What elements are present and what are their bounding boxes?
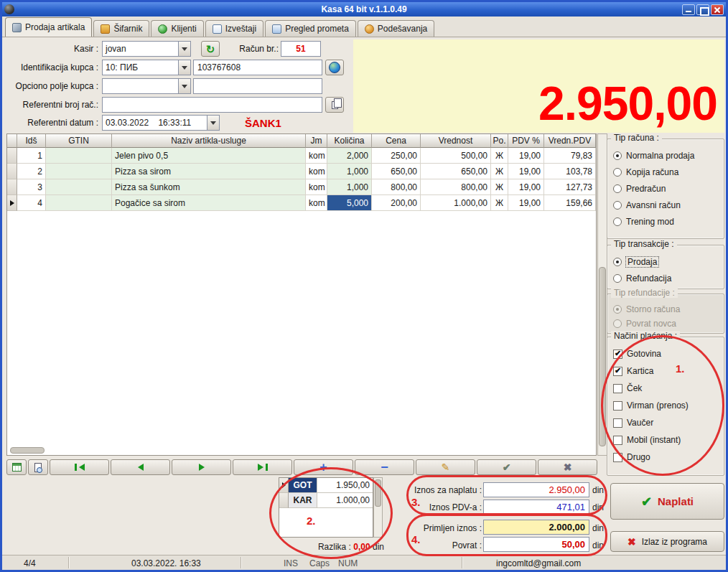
- confirm-button[interactable]: ✔: [477, 459, 536, 475]
- col-header-kolicina[interactable]: Količina: [327, 134, 372, 148]
- cell-vrednost[interactable]: 500,00: [421, 148, 491, 164]
- payment-row[interactable]: KAR 1.000,00: [279, 493, 373, 508]
- cell-vredn-pdv[interactable]: 103,78: [544, 164, 596, 179]
- cell-jm[interactable]: kom: [306, 179, 327, 195]
- next-row-button[interactable]: [172, 459, 231, 475]
- col-header-vredn-pdv[interactable]: Vredn.PDV: [544, 134, 596, 148]
- cell-kolicina-selected[interactable]: 5,000: [327, 195, 372, 211]
- cell-jm[interactable]: kom: [306, 148, 327, 164]
- cell-vrednost[interactable]: 800,00: [421, 179, 491, 195]
- cell-vredn-pdv[interactable]: 127,73: [544, 179, 596, 195]
- row-selector[interactable]: [279, 478, 289, 493]
- cell-gtin[interactable]: [46, 164, 112, 179]
- identifikacija-tip-combobox[interactable]: 10: ПИБ: [102, 60, 191, 75]
- first-row-button[interactable]: [50, 459, 109, 475]
- col-header-ids[interactable]: Idš: [17, 134, 46, 148]
- racun-br-field[interactable]: 51: [281, 41, 321, 57]
- cell-vrednost[interactable]: 1.000,00: [421, 195, 491, 211]
- tab-pregled-prometa[interactable]: Pregled prometa: [265, 20, 356, 37]
- title-bar[interactable]: Kasa 64 bit v.1.1.0.49: [2, 2, 726, 17]
- cell-vredn-pdv[interactable]: 159,66: [544, 195, 596, 211]
- cancel-button[interactable]: ✖: [538, 459, 597, 475]
- tab-podesavanja[interactable]: Podešavanja: [358, 20, 434, 37]
- delete-row-button[interactable]: −: [355, 459, 414, 475]
- checkbox-gotovina[interactable]: Gotovina: [613, 349, 718, 359]
- ref-broj-input[interactable]: [102, 97, 322, 113]
- checkbox-virman[interactable]: Virman (prenos): [613, 400, 718, 411]
- table-row[interactable]: 2 Pizza sa sirom kom 1,000 650,00 650,00…: [7, 164, 596, 179]
- cell-kolicina[interactable]: 1,000: [327, 164, 372, 179]
- dropdown-arrow-icon[interactable]: [178, 60, 190, 75]
- payment-amount[interactable]: 1.000,00: [317, 493, 373, 508]
- radio-prodaja[interactable]: Prodaja: [613, 257, 718, 267]
- cell-pdv[interactable]: 19,00: [508, 195, 544, 211]
- kasir-combobox[interactable]: jovan: [102, 41, 191, 57]
- print-preview-button[interactable]: [28, 459, 48, 475]
- cell-cena[interactable]: 800,00: [372, 179, 421, 195]
- cell-pdv[interactable]: 19,00: [508, 148, 544, 164]
- cell-jm[interactable]: kom: [306, 164, 327, 179]
- col-header-gtin[interactable]: GTIN: [46, 134, 112, 148]
- checkbox-kartica[interactable]: Kartica: [613, 366, 718, 376]
- radio-predracun[interactable]: Predračun: [613, 184, 718, 194]
- row-selector[interactable]: [7, 179, 17, 195]
- tab-prodaja-artikala[interactable]: Prodaja artikala: [5, 17, 92, 37]
- cell-gtin[interactable]: [46, 148, 112, 164]
- radio-avansni-racun[interactable]: Avansni račun: [613, 200, 718, 210]
- cell-po[interactable]: Ж: [491, 179, 508, 195]
- checkbox-cek[interactable]: Ček: [613, 383, 718, 393]
- checkbox-drugo[interactable]: Drugo: [613, 452, 718, 462]
- opciono-tip-combobox[interactable]: [102, 78, 191, 94]
- tab-sifarnik[interactable]: Šifarnik: [93, 20, 149, 37]
- tab-izvestaji[interactable]: Izveštaji: [205, 20, 263, 37]
- payments-scrollbar[interactable]: [373, 477, 383, 538]
- cell-po[interactable]: Ж: [491, 148, 508, 164]
- vertical-scrollbar[interactable]: [597, 133, 607, 456]
- cell-jm[interactable]: kom: [306, 195, 327, 211]
- payment-amount[interactable]: 1.950,00: [317, 478, 373, 493]
- radio-kopija-racuna[interactable]: Kopija računa: [613, 167, 718, 177]
- prev-row-button[interactable]: [111, 459, 170, 475]
- row-selector[interactable]: [7, 195, 17, 211]
- cell-vrednost[interactable]: 650,00: [421, 164, 491, 179]
- row-selector[interactable]: [7, 164, 17, 179]
- cell-pdv[interactable]: 19,00: [508, 179, 544, 195]
- payment-code[interactable]: KAR: [289, 493, 317, 508]
- cell-gtin[interactable]: [46, 179, 112, 195]
- cell-naziv[interactable]: Pizza sa sirom: [112, 164, 306, 179]
- col-header-naziv[interactable]: Naziv artikla-usluge: [112, 134, 306, 148]
- table-row[interactable]: 1 Jelen pivo 0,5 kom 2,000 250,00 500,00…: [7, 148, 596, 164]
- scrollbar-thumb[interactable]: [599, 267, 606, 446]
- dropdown-arrow-icon[interactable]: [207, 116, 219, 130]
- row-selector[interactable]: [279, 493, 289, 508]
- cell-vredn-pdv[interactable]: 79,83: [544, 148, 596, 164]
- naplati-button[interactable]: ✔ Naplati: [610, 483, 724, 520]
- cell-cena[interactable]: 200,00: [372, 195, 421, 211]
- primljen-field[interactable]: 2.000,00: [483, 520, 589, 535]
- edit-row-button[interactable]: ✎: [416, 459, 475, 475]
- ref-datum-picker[interactable]: 03.03.2022 16:33:11: [102, 115, 220, 131]
- payment-code[interactable]: GOT: [289, 478, 317, 493]
- scrollbar-thumb[interactable]: [375, 479, 381, 507]
- minimize-button[interactable]: [682, 4, 695, 15]
- cell-naziv[interactable]: Pogačice sa sirom: [112, 195, 306, 211]
- horizontal-scrollbar[interactable]: [10, 447, 45, 454]
- checkbox-vaucer[interactable]: Vaučer: [613, 418, 718, 428]
- identifikacija-input[interactable]: 103767608: [193, 60, 322, 75]
- cell-pdv[interactable]: 19,00: [508, 164, 544, 179]
- opciono-input[interactable]: [193, 78, 322, 94]
- cell-kolicina[interactable]: 1,000: [327, 179, 372, 195]
- dropdown-arrow-icon[interactable]: [178, 42, 190, 56]
- cell-ids[interactable]: 1: [17, 148, 46, 164]
- cell-gtin[interactable]: [46, 195, 112, 211]
- cell-cena[interactable]: 250,00: [372, 148, 421, 164]
- cell-kolicina[interactable]: 2,000: [327, 148, 372, 164]
- checkbox-mobil[interactable]: Mobil (instant): [613, 435, 718, 445]
- last-row-button[interactable]: [233, 459, 292, 475]
- maximize-button[interactable]: [696, 4, 709, 15]
- radio-trening-mod[interactable]: Trening mod: [613, 217, 718, 227]
- cell-cena[interactable]: 650,00: [372, 164, 421, 179]
- cell-ids[interactable]: 2: [17, 164, 46, 179]
- cell-po[interactable]: Ж: [491, 195, 508, 211]
- cell-naziv[interactable]: Jelen pivo 0,5: [112, 148, 306, 164]
